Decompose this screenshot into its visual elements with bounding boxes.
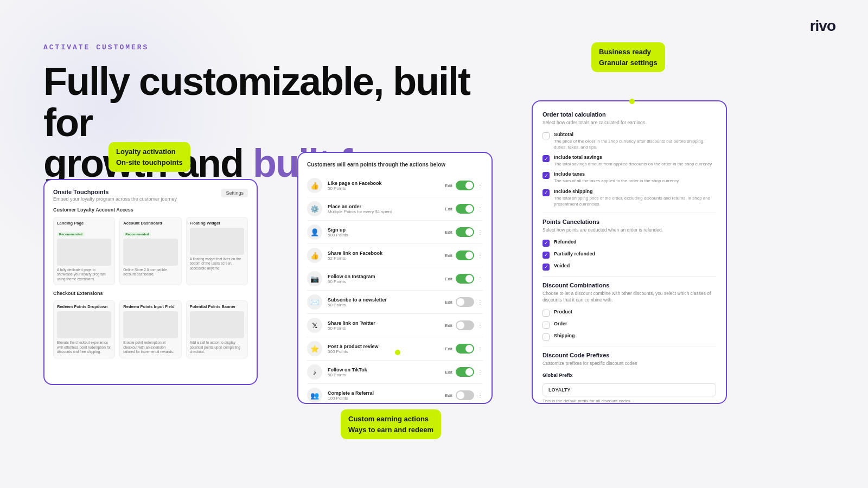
global-prefix-input[interactable] [542,383,716,396]
order-total-desc: Select how order totals are calculated f… [542,120,716,126]
earning-controls: Edit ⋮ [445,251,483,260]
connector-dot-business [629,99,635,104]
toggle-switch[interactable] [456,181,474,190]
earning-icon: ♪ [307,364,322,380]
earning-controls: Edit ⋮ [445,320,483,330]
earning-icon: 👍 [307,178,322,193]
earning-tooltip-line1: Custom earning actions [348,414,433,425]
settings-item-content: Include taxes The sum of all the taxes a… [554,171,679,184]
more-options-icon[interactable]: ⋮ [477,346,483,352]
earning-row: 👥 Complete a Referral 100 Points Edit ⋮ [307,384,483,404]
checkbox[interactable] [542,333,550,341]
panel2-header: Customers will earn points through the a… [307,162,483,168]
checkbox[interactable]: ✓ [542,240,550,247]
earning-info: Subscribe to a newsletter 50 Points [328,297,439,307]
toggle-switch[interactable] [456,344,474,354]
earning-icon: ✉️ [307,294,322,310]
global-prefix-label: Global Prefix [542,373,716,378]
edit-button[interactable]: Edit [445,253,452,258]
more-options-icon[interactable]: ⋮ [477,393,483,399]
edit-button[interactable]: Edit [445,277,452,281]
more-options-icon[interactable]: ⋮ [477,206,483,212]
more-options-icon[interactable]: ⋮ [477,183,483,189]
combo-items: Product Order Shipping [542,309,716,341]
toggle-knob [457,391,464,399]
card-landing-badge: Recommended [57,232,85,236]
more-options-icon[interactable]: ⋮ [477,276,483,282]
card-widget-img [190,228,244,255]
cancel-items: ✓ Refunded ✓ Partially refunded ✓ Voided [542,239,716,271]
earning-info: Sign up 500 Points [328,227,439,237]
settings-item-content: Include total savings The total savings … [554,155,712,167]
hero-title-line1: Fully customizable, built for [43,60,470,144]
toggle-switch[interactable] [456,367,474,377]
panel-earning-actions: Customers will earn points through the a… [297,152,493,404]
panel1-access-label: Customer Loyalty Account Access [53,207,248,213]
earning-controls: Edit ⋮ [445,367,483,377]
checkbox[interactable] [542,132,550,139]
settings-item-content: Include shipping The total shipping pric… [554,189,716,207]
earning-row: 👍 Share link on Facebook 52 Points Edit … [307,244,483,267]
panel1-card-dashboard: Account Dashboard Recommended Online Sto… [119,217,181,285]
edit-button[interactable]: Edit [445,393,452,398]
earning-name: Subscribe to a newsletter [328,297,439,303]
earning-row: 👍 Like page on Facebook 50 Points Edit ⋮ [307,174,483,197]
panel1-title: Onsite Touchpoints [53,189,177,195]
more-options-icon[interactable]: ⋮ [477,229,483,235]
toggle-switch[interactable] [456,274,474,284]
panel1-card-input: Redeem Points Input Field Enable point r… [119,300,181,358]
toggle-switch[interactable] [456,204,474,214]
edit-button[interactable]: Edit [445,346,452,351]
earning-controls: Edit ⋮ [445,274,483,284]
checkbox[interactable]: ✓ [542,189,550,196]
checkbox[interactable] [542,322,550,329]
earning-name: Sign up [328,227,439,233]
settings-item-desc: The total shipping price of the order, e… [554,195,716,207]
edit-button[interactable]: Edit [445,323,452,328]
more-options-icon[interactable]: ⋮ [477,299,483,305]
earning-info: Complete a Referral 100 Points [328,390,439,401]
edit-button[interactable]: Edit [445,370,452,375]
card-landing-img [57,239,111,266]
toggle-switch[interactable] [456,227,474,237]
logo: rivo [810,17,835,35]
more-options-icon[interactable]: ⋮ [477,369,483,375]
edit-button[interactable]: Edit [445,230,452,235]
checkbox[interactable]: ✓ [542,252,550,259]
more-options-icon[interactable]: ⋮ [477,323,483,329]
settings-item-label: Include taxes [554,171,679,177]
checkbox[interactable] [542,310,550,317]
earning-name: Share link on Twitter [328,320,439,326]
toggle-switch[interactable] [456,297,474,307]
toggle-knob [465,205,473,213]
checkbox[interactable]: ✓ [542,264,550,271]
edit-button[interactable]: Edit [445,183,452,188]
checkbox[interactable]: ✓ [542,155,550,162]
earning-controls: Edit ⋮ [445,227,483,237]
earning-name: Follow on Instagram [328,274,439,279]
settings-item-label: Order [554,321,567,326]
settings-item-desc: The price of the order in the shop curre… [554,138,716,150]
earning-info: Follow on Instagram 50 Points [328,274,439,284]
toggle-switch[interactable] [456,390,474,400]
settings-item-label: Subtotal [554,132,716,137]
toggle-switch[interactable] [456,320,474,330]
edit-button[interactable]: Edit [445,300,452,305]
points-cancel-title: Points Cancelations [542,219,716,225]
earning-points: 50 Points [328,186,439,191]
business-tooltip: Business ready Granular settings [591,42,665,72]
panel1-card-banner: Potential Points Banner Add a call to ac… [186,300,248,358]
earning-points: 50 Points [328,373,439,377]
more-options-icon[interactable]: ⋮ [477,253,483,259]
settings-item-label: Shipping [554,333,575,338]
earning-points: 50 Points [328,303,439,307]
panel1-settings-button[interactable]: Settings [221,189,248,197]
settings-item-content: Subtotal The price of the order in the s… [554,132,716,150]
panel1-card-dropdown: Redeem Points Dropdown Elevate the check… [53,300,115,358]
earning-name: Post a product review [328,344,439,349]
card-dashboard-badge: Recommended [123,232,151,236]
earning-info: Share link on Twitter 50 Points [328,320,439,331]
checkbox[interactable]: ✓ [542,172,550,179]
toggle-switch[interactable] [456,251,474,260]
edit-button[interactable]: Edit [445,207,452,211]
